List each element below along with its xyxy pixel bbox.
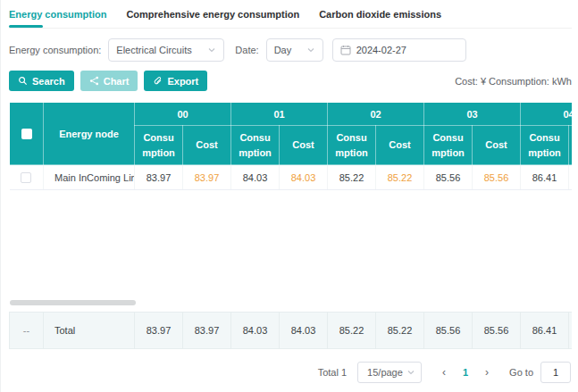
hour-group-04: 04 (521, 103, 573, 126)
share-chart-icon (89, 76, 99, 86)
tab-comprehensive-energy-consumption[interactable]: Comprehensive energy consumption (126, 9, 299, 28)
total-table: -- Total 83.97 83.97 84.03 84.03 85.22 8… (9, 312, 572, 349)
tab-bar: Energy consumption Comprehensive energy … (9, 0, 572, 29)
date-filter-label: Date: (235, 45, 258, 55)
chart-button-label: Chart (104, 76, 130, 87)
tab-energy-consumption[interactable]: Energy consumption (9, 9, 106, 28)
total-consumption-value: 85.22 (328, 313, 376, 349)
cost-value: 84.03 (280, 165, 328, 190)
energy-type-value: Electrical Circuits (116, 45, 207, 55)
chevron-down-icon (306, 46, 315, 54)
prev-page-button[interactable]: ‹ (434, 366, 454, 379)
energy-node-name: Main InComing Lin... (44, 165, 135, 190)
export-button-label: Export (167, 76, 198, 87)
total-row-viewport: -- Total 83.97 83.97 84.03 84.03 85.22 8… (9, 312, 572, 349)
date-granularity-select[interactable]: Day (266, 38, 323, 62)
select-all-checkbox[interactable] (21, 129, 32, 139)
page-size-select[interactable]: 15/page (357, 362, 422, 383)
cost-header: Cost (473, 126, 521, 165)
cost-header: Cost (183, 126, 231, 165)
consumption-value: 84.03 (231, 165, 280, 190)
hour-group-00: 00 (135, 103, 231, 126)
row-select-cell (10, 165, 44, 190)
cost-value: 85.22 (376, 165, 424, 190)
horizontal-scrollbar[interactable] (10, 300, 136, 305)
energy-node-header: Energy node (44, 103, 135, 165)
consumption-value: 86.41 (521, 165, 569, 190)
total-cost-value: 85.56 (473, 313, 521, 349)
calendar-icon (340, 45, 351, 55)
cost-value (569, 165, 573, 190)
date-input[interactable] (356, 45, 458, 55)
consumption-header: Consumption (521, 126, 569, 165)
cost-header: Cost (280, 126, 328, 165)
date-picker[interactable] (332, 38, 466, 62)
consumption-value: 85.56 (424, 165, 473, 190)
page-size-value: 15/page (367, 367, 406, 378)
total-consumption-value: 83.97 (135, 313, 183, 349)
consumption-header: Consumption (135, 126, 183, 165)
consumption-header: Consumption (328, 126, 376, 165)
goto-page-input[interactable] (540, 362, 571, 383)
energy-type-select[interactable]: Electrical Circuits (108, 38, 224, 62)
goto-label: Go to (509, 367, 533, 378)
search-button[interactable]: Search (9, 71, 74, 91)
table-row: Main InComing Lin... 83.97 83.97 84.03 8… (10, 165, 573, 190)
next-page-button[interactable]: › (477, 366, 497, 379)
search-icon (18, 76, 28, 86)
total-marker: -- (10, 313, 44, 349)
consumption-header: Consumption (231, 126, 280, 165)
cost-value: 83.97 (183, 165, 231, 190)
tab-carbon-dioxide-emissions[interactable]: Carbon dioxide emissions (319, 9, 441, 28)
hour-group-02: 02 (328, 103, 424, 126)
row-checkbox[interactable] (21, 172, 31, 183)
current-page[interactable]: 1 (454, 367, 477, 378)
consumption-value: 83.97 (135, 165, 183, 190)
units-note: Cost: ¥ Consumption: kWh (455, 76, 572, 87)
consumption-value: 85.22 (328, 165, 376, 190)
energy-consumption-page: Energy consumption Comprehensive energy … (1, 0, 578, 383)
search-button-label: Search (32, 76, 65, 87)
total-consumption-value: 84.03 (231, 313, 280, 349)
total-label: Total (44, 313, 135, 349)
pagination-total: Total 1 (318, 367, 347, 378)
total-consumption-value: 85.56 (424, 313, 473, 349)
table-empty-area (9, 190, 572, 307)
total-cost-value (569, 313, 573, 349)
total-cost-value: 83.97 (183, 313, 231, 349)
chart-button[interactable]: Chart (80, 71, 138, 91)
energy-filter-label: Energy consumption: (9, 45, 101, 55)
chevron-down-icon (207, 46, 216, 54)
cost-header: Cost (376, 126, 424, 165)
filter-row: Energy consumption: Electrical Circuits … (9, 38, 572, 62)
hour-group-03: 03 (424, 103, 521, 126)
toolbar: Search Chart Export Cost: ¥ Consumption:… (9, 71, 572, 91)
energy-table: Energy node 00 01 02 03 04 Consumption C… (9, 102, 572, 190)
chevron-down-icon (406, 368, 415, 377)
total-consumption-value: 86.41 (521, 313, 569, 349)
paperclip-icon (153, 76, 163, 86)
date-granularity-value: Day (274, 45, 306, 55)
hour-group-01: 01 (231, 103, 328, 126)
total-row: -- Total 83.97 83.97 84.03 84.03 85.22 8… (10, 313, 573, 349)
export-button[interactable]: Export (144, 71, 207, 91)
hour-group-header-row: Energy node 00 01 02 03 04 (10, 103, 573, 126)
pagination: Total 1 15/page ‹ 1 › Go to (9, 362, 572, 383)
cost-header: Cost (569, 126, 573, 165)
select-all-cell (10, 103, 44, 165)
energy-table-viewport: Energy node 00 01 02 03 04 Consumption C… (9, 102, 572, 307)
total-cost-value: 85.22 (376, 313, 424, 349)
total-cost-value: 84.03 (280, 313, 328, 349)
consumption-header: Consumption (424, 126, 473, 165)
cost-value: 85.56 (473, 165, 521, 190)
